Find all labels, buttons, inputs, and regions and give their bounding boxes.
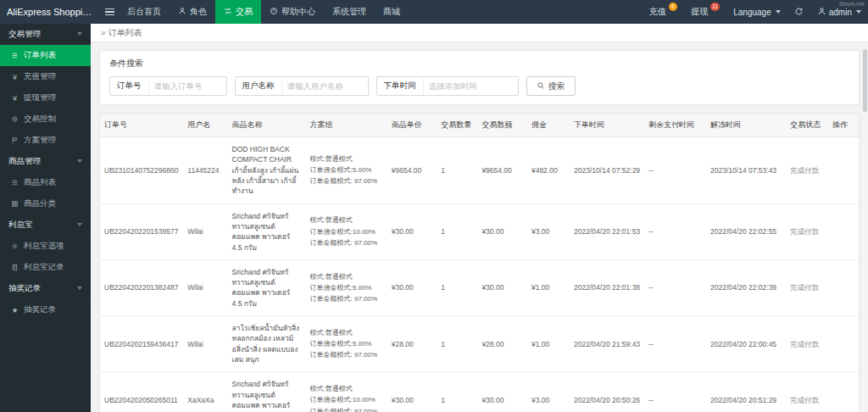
cell-qty: 1 bbox=[437, 316, 477, 372]
table-row: UB2204202159436417Wilaiลาโรเชียลน้ำมันหั… bbox=[100, 316, 859, 372]
search-button[interactable]: 搜索 bbox=[526, 76, 576, 96]
menu-item-mall[interactable]: 商城 bbox=[375, 0, 409, 24]
withdraw-badge: 11 bbox=[710, 3, 720, 11]
cell-commission: ¥1.00 bbox=[527, 316, 570, 372]
cell-username: XaXaXa bbox=[183, 372, 227, 412]
sidebar-item-withdraw-mgmt[interactable]: ¥ 提现管理 bbox=[0, 87, 91, 109]
cell-commission: ¥3.00 bbox=[527, 203, 570, 259]
cell-order-no: UB2204202201382487 bbox=[100, 259, 183, 315]
sidebar-item-interest-options[interactable]: 利息宝选项 bbox=[0, 236, 91, 257]
order-time-input[interactable] bbox=[423, 77, 518, 95]
cell-qty: 1 bbox=[437, 372, 477, 412]
item-label: 充值管理 bbox=[24, 71, 56, 82]
sidebar-item-recharge-mgmt[interactable]: ¥ 充值管理 bbox=[0, 66, 91, 87]
username-input[interactable] bbox=[281, 77, 368, 95]
list-icon bbox=[10, 52, 19, 59]
sidebar-group-trade[interactable]: 交易管理 bbox=[0, 24, 91, 45]
breadcrumb-page: 订单列表 bbox=[108, 27, 142, 39]
username-group: 用户名称 bbox=[235, 76, 369, 96]
cell-username: Wilai bbox=[183, 316, 227, 372]
menu-label: 角色 bbox=[190, 6, 207, 18]
recharge-link[interactable]: 充值 6 bbox=[643, 0, 684, 24]
cell-action bbox=[828, 259, 859, 315]
scrollbar-thumb[interactable] bbox=[863, 49, 867, 112]
refresh-icon bbox=[794, 7, 804, 18]
menu-item-system[interactable]: 系统管理 bbox=[324, 0, 375, 24]
cell-scheme: 模式:普通模式 订单佣金模式:5.00% 订单金额模式: 97.00% bbox=[306, 259, 387, 315]
grid-icon bbox=[10, 200, 19, 208]
gear-icon bbox=[10, 242, 19, 250]
item-label: 商品分类 bbox=[24, 198, 56, 209]
menu-item-help[interactable]: 帮助中心 bbox=[261, 0, 324, 24]
menu-item-trade[interactable]: 交易 bbox=[215, 0, 261, 24]
cell-username: Wilai bbox=[183, 259, 227, 315]
cell-order-no: UB2204202050265011 bbox=[100, 372, 183, 412]
refresh-button[interactable] bbox=[787, 0, 810, 24]
item-label: 利息宝选项 bbox=[24, 241, 64, 252]
sidebar-group-products[interactable]: 商品管理 bbox=[0, 151, 91, 172]
cell-product: Srichand ศรีจันทร์ ทรานสลูเซนต์ คอมแพค พ… bbox=[228, 259, 306, 315]
yen-icon: ¥ bbox=[10, 94, 19, 103]
item-label: 抽奖记录 bbox=[24, 304, 56, 315]
star-icon: ★ bbox=[10, 306, 19, 315]
cell-unit-price: ¥9654.00 bbox=[387, 137, 437, 204]
cell-order-time: 2022/04/20 21:59:43 bbox=[570, 316, 644, 372]
item-label: 利息宝记录 bbox=[24, 262, 64, 273]
cell-unfreeze-time: 2022/04/20 22:02:55 bbox=[706, 203, 786, 259]
cell-unit-price: ¥30.00 bbox=[387, 203, 437, 259]
cell-product: ลาโรเชียลน้ำมันหัวสิ่ง หลอกกลม้อง เหลวมี… bbox=[228, 316, 306, 372]
col-commission: 佣金 bbox=[527, 114, 570, 137]
col-username: 用户名 bbox=[183, 114, 227, 137]
col-status: 交易状态 bbox=[786, 114, 828, 137]
cell-unit-price: ¥28.00 bbox=[387, 316, 437, 372]
item-label: 提现管理 bbox=[24, 92, 56, 103]
sidebar-item-product-list[interactable]: 商品列表 bbox=[0, 172, 91, 193]
sidebar-item-plan-mgmt[interactable]: 方案管理 bbox=[0, 130, 91, 151]
sidebar-item-product-category[interactable]: 商品分类 bbox=[0, 193, 91, 214]
sidebar-item-lottery-records[interactable]: ★ 抽奖记录 bbox=[0, 299, 91, 320]
col-unit-price: 商品单价 bbox=[387, 114, 437, 137]
cell-amount: ¥30.00 bbox=[477, 259, 527, 315]
cell-product: DOD HIGH BACK COMPACT CHAIR เก้าอี้หลังส… bbox=[228, 137, 306, 204]
menu-label: 系统管理 bbox=[332, 6, 366, 18]
menu-item-dashboard[interactable]: 后台首页 bbox=[119, 0, 170, 24]
cell-commission: ¥3.00 bbox=[527, 372, 570, 412]
search-button-label: 搜索 bbox=[548, 81, 565, 92]
cell-order-no: UB2310140752296860 bbox=[100, 137, 183, 204]
col-order-time: 下单时间 bbox=[570, 114, 644, 137]
sidebar-item-trade-control[interactable]: 交易控制 bbox=[0, 109, 91, 130]
scrollbar[interactable] bbox=[862, 47, 868, 412]
group-label: 交易管理 bbox=[8, 29, 41, 40]
breadcrumb-arrows-icon: » bbox=[101, 28, 104, 37]
cell-username: Wilai bbox=[183, 203, 227, 259]
cell-scheme: 模式:普通模式 订单佣金模式:5.00% 订单金额模式: 97.00% bbox=[306, 316, 387, 372]
order-no-input[interactable] bbox=[148, 77, 226, 95]
table-row: UB2204202050265011XaXaXaSrichand ศรีจันท… bbox=[100, 372, 859, 412]
cell-order-time: 2022/04/20 22:01:38 bbox=[570, 259, 644, 315]
person-icon bbox=[178, 7, 186, 17]
cell-product: Srichand ศรีจันทร์ ทรานสลูเซนต์ คอมแพค พ… bbox=[228, 203, 306, 259]
main-content: » 订单列表 条件搜索 订单号 用户名称 下单时间 bbox=[91, 24, 868, 412]
chevron-down-icon bbox=[856, 10, 861, 14]
search-panel: 条件搜索 订单号 用户名称 下单时间 搜索 bbox=[99, 50, 860, 105]
sidebar-toggle-icon[interactable] bbox=[100, 0, 119, 24]
order-no-group: 订单号 bbox=[109, 76, 227, 96]
withdraw-label: 提现 bbox=[691, 6, 708, 18]
cell-status: 完成付款 bbox=[786, 372, 828, 412]
cell-scheme: 模式:普通模式 订单佣金模式:10.00% 订单金额模式: 97.00% bbox=[306, 203, 387, 259]
sidebar-item-order-list[interactable]: 订单列表 bbox=[0, 45, 91, 66]
withdraw-link[interactable]: 提现 11 bbox=[684, 0, 726, 24]
menu-item-roles[interactable]: 角色 bbox=[170, 0, 215, 24]
cell-unfreeze-time: 2022/04/20 20:51:29 bbox=[706, 372, 786, 412]
sidebar-group-lottery[interactable]: 抽奖记录 bbox=[0, 278, 91, 299]
admin-dropdown[interactable]: admin bbox=[810, 0, 868, 24]
col-remaining-time: 剩余支付时间 bbox=[644, 114, 706, 137]
main-menu: 后台首页 角色 交易 帮助中心 系统管理 商城 bbox=[119, 0, 409, 24]
table-row: UB2204202201382487WilaiSrichand ศรีจันทร… bbox=[100, 259, 859, 315]
sidebar-group-interest[interactable]: 利息宝 bbox=[0, 214, 91, 236]
sidebar-item-interest-records[interactable]: 利息宝记录 bbox=[0, 257, 91, 278]
language-dropdown[interactable]: Language bbox=[726, 0, 787, 24]
cell-amount: ¥30.00 bbox=[477, 203, 527, 259]
col-amount: 交易数额 bbox=[477, 114, 527, 137]
cell-amount: ¥30.00 bbox=[477, 372, 527, 412]
